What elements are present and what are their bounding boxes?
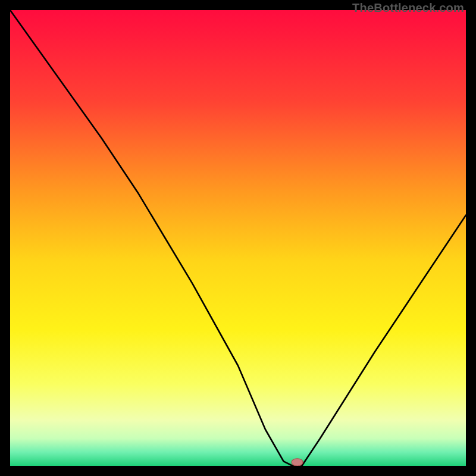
plot-area	[10, 10, 466, 466]
chart-frame: TheBottleneck.com	[0, 0, 476, 476]
bottleneck-curve	[10, 10, 466, 466]
optimum-marker	[292, 459, 303, 466]
watermark-text: TheBottleneck.com	[352, 1, 464, 15]
